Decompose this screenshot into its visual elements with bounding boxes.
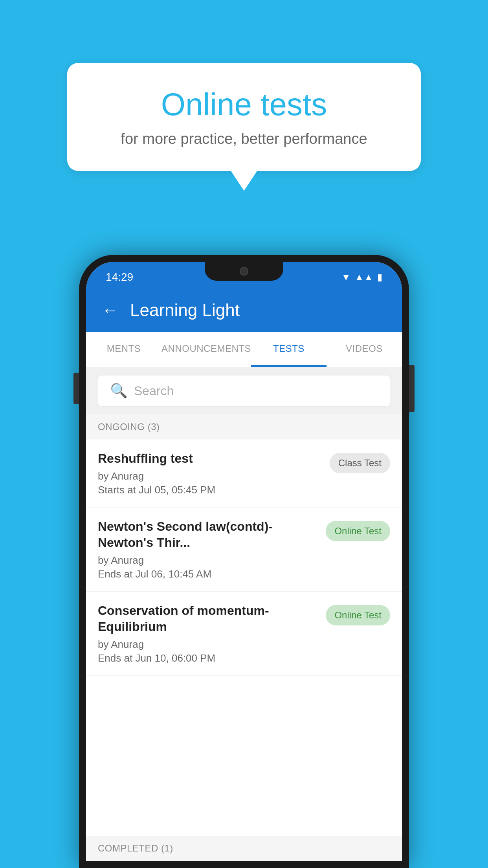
tab-announcements[interactable]: ANNOUNCEMENTS — [161, 332, 251, 367]
test-author-2: by Anurag — [98, 554, 318, 566]
completed-section-label: COMPLETED (1) — [86, 836, 402, 861]
search-icon: 🔍 — [110, 383, 128, 399]
status-time: 14:29 — [106, 271, 133, 283]
test-item-3[interactable]: Conservation of momentum-Equilibrium by … — [86, 592, 402, 676]
phone-screen: 14:29 ▼ ▲▲ ▮ ← Learning Light MENTS ANNO… — [86, 262, 402, 861]
test-info-1: Reshuffling test by Anurag Starts at Jul… — [98, 451, 330, 496]
test-time-1: Starts at Jul 05, 05:45 PM — [98, 484, 322, 496]
tab-tests[interactable]: TESTS — [251, 332, 327, 367]
ongoing-section-label: ONGOING (3) — [86, 414, 402, 440]
test-info-2: Newton's Second law(contd)-Newton's Thir… — [98, 519, 326, 580]
bubble-title: Online tests — [99, 86, 389, 123]
search-placeholder: Search — [134, 384, 174, 398]
speech-bubble-container: Online tests for more practice, better p… — [67, 63, 421, 171]
test-item-1[interactable]: Reshuffling test by Anurag Starts at Jul… — [86, 440, 402, 508]
test-name-3: Conservation of momentum-Equilibrium — [98, 603, 318, 635]
test-time-3: Ends at Jun 10, 06:00 PM — [98, 652, 318, 664]
battery-icon: ▮ — [377, 272, 382, 283]
tabs-container: MENTS ANNOUNCEMENTS TESTS VIDEOS — [86, 332, 402, 367]
test-time-2: Ends at Jul 06, 10:45 AM — [98, 568, 318, 580]
tab-ments[interactable]: MENTS — [86, 332, 161, 367]
test-list: Reshuffling test by Anurag Starts at Jul… — [86, 440, 402, 676]
app-header: ← Learning Light — [86, 289, 402, 332]
phone-notch — [205, 262, 283, 281]
search-box[interactable]: 🔍 Search — [98, 375, 390, 406]
test-badge-2: Online Test — [326, 521, 390, 541]
test-name-1: Reshuffling test — [98, 451, 322, 467]
signal-icon: ▲▲ — [354, 272, 373, 283]
wifi-icon: ▼ — [341, 272, 351, 283]
speech-bubble: Online tests for more practice, better p… — [67, 63, 421, 171]
status-icons: ▼ ▲▲ ▮ — [341, 272, 382, 283]
test-author-3: by Anurag — [98, 638, 318, 651]
back-button[interactable]: ← — [102, 301, 118, 320]
test-item-2[interactable]: Newton's Second law(contd)-Newton's Thir… — [86, 508, 402, 592]
app-title: Learning Light — [130, 300, 240, 320]
test-name-2: Newton's Second law(contd)-Newton's Thir… — [98, 519, 318, 551]
phone-frame: 14:29 ▼ ▲▲ ▮ ← Learning Light MENTS ANNO… — [79, 255, 409, 868]
test-info-3: Conservation of momentum-Equilibrium by … — [98, 603, 326, 664]
phone-outer: 14:29 ▼ ▲▲ ▮ ← Learning Light MENTS ANNO… — [79, 255, 409, 868]
bubble-subtitle: for more practice, better performance — [99, 131, 389, 147]
search-container: 🔍 Search — [86, 367, 402, 414]
tab-videos[interactable]: VIDEOS — [327, 332, 402, 367]
test-badge-1: Class Test — [330, 453, 390, 473]
camera — [240, 267, 248, 276]
test-badge-3: Online Test — [326, 605, 390, 625]
test-author-1: by Anurag — [98, 470, 322, 482]
